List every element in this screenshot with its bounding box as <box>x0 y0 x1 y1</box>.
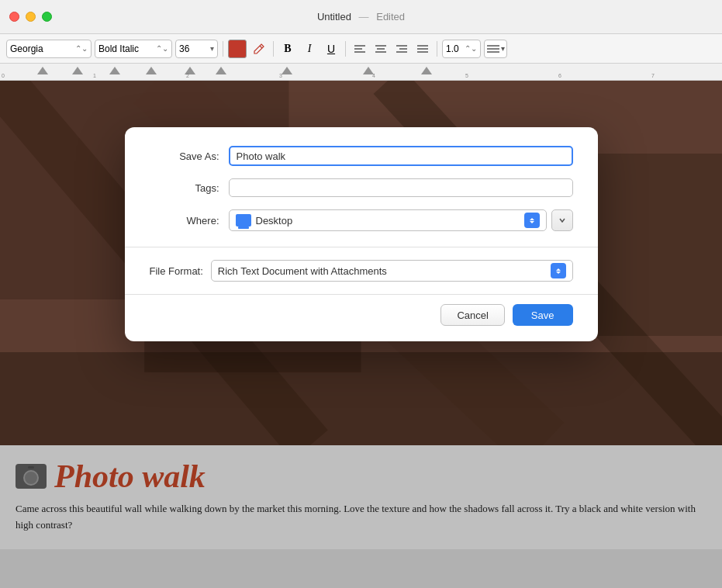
font-size-chevron-icon: ▾ <box>210 44 214 53</box>
dialog-buttons: Cancel Save <box>125 294 598 341</box>
line-spacing-chevron-icon: ⌃⌄ <box>465 44 477 53</box>
toolbar-divider-4 <box>437 41 437 57</box>
ruler: 0 1 2 3 4 5 6 7 <box>0 64 722 81</box>
save-button[interactable]: Save <box>513 304 573 326</box>
file-format-section: File Format: Rich Text Document with Att… <box>125 247 598 294</box>
desktop-folder-icon <box>236 214 251 227</box>
toolbar-divider-3 <box>345 41 346 57</box>
toolbar-divider-1 <box>223 41 223 57</box>
where-updown-icon <box>524 213 540 228</box>
svg-marker-30 <box>282 67 292 74</box>
list-button[interactable]: ▾ <box>484 40 507 58</box>
align-right-icon <box>396 44 407 54</box>
save-dialog: Save As: Tags: Where: Desktop <box>125 127 598 341</box>
justify-button[interactable] <box>413 40 432 58</box>
toolbar-divider-2 <box>273 41 274 57</box>
where-label: Where: <box>150 215 219 227</box>
close-button[interactable] <box>9 12 19 22</box>
font-size-selector[interactable]: 36 ▾ <box>175 40 218 58</box>
where-value: Desktop <box>256 215 293 227</box>
chevron-down-icon <box>558 216 566 224</box>
justify-icon <box>417 44 428 54</box>
where-container: Desktop <box>229 209 573 231</box>
font-family-selector[interactable]: Georgia ⌃⌄ <box>6 40 92 58</box>
font-family-chevron-icon: ⌃⌄ <box>75 44 88 53</box>
italic-button[interactable]: I <box>300 40 319 58</box>
font-style-selector[interactable]: Bold Italic ⌃⌄ <box>95 40 172 58</box>
file-format-selector[interactable]: Rich Text Document with Attachments <box>211 260 573 282</box>
underline-button[interactable]: U <box>322 40 340 58</box>
cancel-button[interactable]: Cancel <box>440 304 504 326</box>
title-separator: — <box>359 11 369 22</box>
pen-icon <box>254 43 264 54</box>
edited-badge: Edited <box>376 11 405 22</box>
bold-button[interactable]: B <box>278 40 297 58</box>
maximize-button[interactable] <box>42 12 52 22</box>
where-row: Where: Desktop <box>150 209 573 231</box>
document-title: Untitled <box>317 11 351 22</box>
svg-text:1: 1 <box>93 73 96 78</box>
minimize-button[interactable] <box>26 12 36 22</box>
file-format-label: File Format: <box>150 265 203 277</box>
svg-text:5: 5 <box>465 73 468 78</box>
list-icon <box>487 44 499 54</box>
save-as-input[interactable] <box>229 146 573 166</box>
align-left-icon <box>354 44 365 54</box>
where-expand-button[interactable] <box>551 209 573 231</box>
tags-row: Tags: <box>150 178 573 197</box>
svg-text:6: 6 <box>558 73 561 78</box>
toolbar: Georgia ⌃⌄ Bold Italic ⌃⌄ 36 ▾ B I U <box>0 34 722 64</box>
dialog-body: Save As: Tags: Where: Desktop <box>125 127 598 247</box>
line-spacing-selector[interactable]: 1.0 ⌃⌄ <box>442 40 481 58</box>
tags-input[interactable] <box>229 178 573 197</box>
pen-tool-button[interactable] <box>250 40 268 58</box>
font-family-value: Georgia <box>10 43 43 54</box>
svg-marker-32 <box>421 67 432 74</box>
svg-text:7: 7 <box>651 73 655 78</box>
font-style-value: Bold Italic <box>98 43 139 54</box>
font-style-chevron-icon: ⌃⌄ <box>156 44 168 53</box>
file-format-value: Rich Text Document with Attachments <box>218 265 387 277</box>
align-center-button[interactable] <box>371 40 390 58</box>
svg-marker-29 <box>216 67 226 74</box>
svg-line-0 <box>260 46 262 48</box>
svg-marker-24 <box>37 67 48 74</box>
tags-label: Tags: <box>150 182 219 194</box>
align-right-button[interactable] <box>392 40 411 58</box>
list-chevron-icon: ▾ <box>501 44 505 53</box>
svg-text:0: 0 <box>2 73 5 78</box>
modal-overlay: Save As: Tags: Where: Desktop <box>0 81 722 588</box>
svg-marker-28 <box>185 67 195 74</box>
line-spacing-value: 1.0 <box>446 43 459 54</box>
where-selector[interactable]: Desktop <box>229 209 547 231</box>
title-bar: Untitled — Edited <box>0 0 722 34</box>
svg-text:3: 3 <box>279 73 282 78</box>
save-as-row: Save As: <box>150 146 573 166</box>
font-size-value: 36 <box>179 43 189 54</box>
window-controls <box>9 12 52 22</box>
document-area: Photo walk Came across this beautiful wa… <box>0 81 722 588</box>
align-center-icon <box>375 44 386 54</box>
svg-marker-26 <box>109 67 120 74</box>
svg-marker-31 <box>363 67 374 74</box>
text-color-button[interactable] <box>228 40 247 58</box>
window-title: Untitled — Edited <box>317 11 405 22</box>
svg-marker-25 <box>72 67 83 74</box>
ruler-svg: 0 1 2 3 4 5 6 7 <box>0 64 722 81</box>
align-left-button[interactable] <box>351 40 369 58</box>
file-format-updown-icon <box>551 263 566 278</box>
svg-marker-27 <box>146 67 157 74</box>
save-as-label: Save As: <box>150 150 219 162</box>
